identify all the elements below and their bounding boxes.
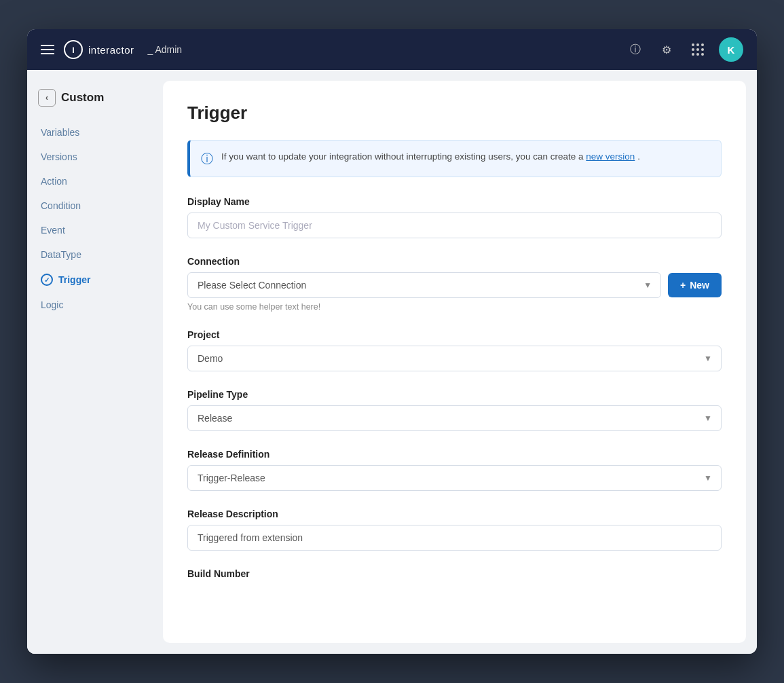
release-definition-select[interactable]: Trigger-Release bbox=[187, 465, 722, 491]
sidebar-item-datatype[interactable]: DataType bbox=[27, 242, 163, 267]
connection-helper-text: You can use some helper text here! bbox=[187, 302, 722, 312]
release-description-label: Release Description bbox=[187, 509, 722, 519]
project-label: Project bbox=[187, 329, 722, 340]
browser-window: i interactor _ Admin ⓘ ⚙ K bbox=[27, 29, 757, 654]
new-connection-button[interactable]: + New bbox=[668, 273, 722, 297]
active-check-icon: ✓ bbox=[41, 274, 53, 286]
grid-dots bbox=[692, 43, 704, 56]
build-number-label: Build Number bbox=[187, 568, 722, 579]
main-layout: ‹ Custom Variables Versions Action Condi… bbox=[27, 70, 757, 654]
pipeline-type-group: Pipeline Type Release ▼ bbox=[187, 389, 722, 431]
nav-left: i interactor _ Admin bbox=[41, 40, 182, 59]
admin-label: _ Admin bbox=[148, 44, 183, 55]
hamburger-icon[interactable] bbox=[41, 45, 54, 54]
nav-right: ⓘ ⚙ K bbox=[625, 37, 743, 62]
sidebar-item-action[interactable]: Action bbox=[27, 169, 163, 193]
release-description-group: Release Description bbox=[187, 509, 722, 551]
pipeline-type-select-wrapper: Release ▼ bbox=[187, 405, 722, 431]
release-definition-select-wrapper: Trigger-Release ▼ bbox=[187, 465, 722, 491]
top-nav: i interactor _ Admin ⓘ ⚙ K bbox=[27, 29, 757, 70]
content-area: Trigger ⓘ If you want to update your int… bbox=[163, 81, 746, 643]
sidebar-item-trigger[interactable]: ✓ Trigger bbox=[27, 267, 163, 293]
plus-icon: + bbox=[680, 280, 686, 291]
build-number-group: Build Number bbox=[187, 568, 722, 579]
project-select[interactable]: Demo bbox=[187, 346, 722, 371]
display-name-group: Display Name bbox=[187, 196, 722, 238]
pipeline-type-select[interactable]: Release bbox=[187, 405, 722, 431]
release-definition-label: Release Definition bbox=[187, 449, 722, 460]
sidebar-item-logic[interactable]: Logic bbox=[27, 293, 163, 317]
display-name-label: Display Name bbox=[187, 196, 722, 207]
logo-area: i interactor _ Admin bbox=[64, 40, 182, 59]
settings-icon[interactable]: ⚙ bbox=[656, 39, 677, 60]
pipeline-type-label: Pipeline Type bbox=[187, 389, 722, 400]
connection-label: Connection bbox=[187, 256, 722, 267]
brand-name: interactor bbox=[88, 44, 134, 56]
sidebar-item-versions[interactable]: Versions bbox=[27, 145, 163, 169]
sidebar-back-button[interactable]: ‹ bbox=[38, 89, 56, 107]
logo-circle: i bbox=[64, 40, 83, 59]
sidebar-item-condition[interactable]: Condition bbox=[27, 193, 163, 218]
sidebar: ‹ Custom Variables Versions Action Condi… bbox=[27, 70, 163, 654]
connection-select[interactable]: Please Select Connection bbox=[187, 272, 661, 298]
user-avatar[interactable]: K bbox=[719, 37, 743, 62]
sidebar-title: Custom bbox=[61, 91, 104, 105]
info-banner: ⓘ If you want to update your integration… bbox=[187, 140, 722, 177]
sidebar-header: ‹ Custom bbox=[27, 84, 163, 120]
connection-row: Please Select Connection ▼ + New bbox=[187, 272, 722, 298]
new-version-link[interactable]: new version bbox=[586, 151, 635, 162]
project-select-wrapper: Demo ▼ bbox=[187, 346, 722, 371]
info-circle-icon: ⓘ bbox=[201, 151, 213, 167]
project-group: Project Demo ▼ bbox=[187, 329, 722, 371]
banner-text: If you want to update your integration w… bbox=[221, 150, 640, 164]
page-title: Trigger bbox=[187, 103, 722, 124]
display-name-input[interactable] bbox=[187, 213, 722, 238]
release-description-input[interactable] bbox=[187, 525, 722, 551]
sidebar-item-variables[interactable]: Variables bbox=[27, 120, 163, 145]
sidebar-item-event[interactable]: Event bbox=[27, 218, 163, 242]
connection-select-wrapper: Please Select Connection ▼ bbox=[187, 272, 661, 298]
release-definition-group: Release Definition Trigger-Release ▼ bbox=[187, 449, 722, 491]
sidebar-nav: Variables Versions Action Condition Even… bbox=[27, 120, 163, 317]
help-icon[interactable]: ⓘ bbox=[625, 39, 646, 60]
new-btn-label: New bbox=[690, 280, 709, 291]
connection-group: Connection Please Select Connection ▼ + … bbox=[187, 256, 722, 312]
grid-icon[interactable] bbox=[688, 39, 708, 60]
